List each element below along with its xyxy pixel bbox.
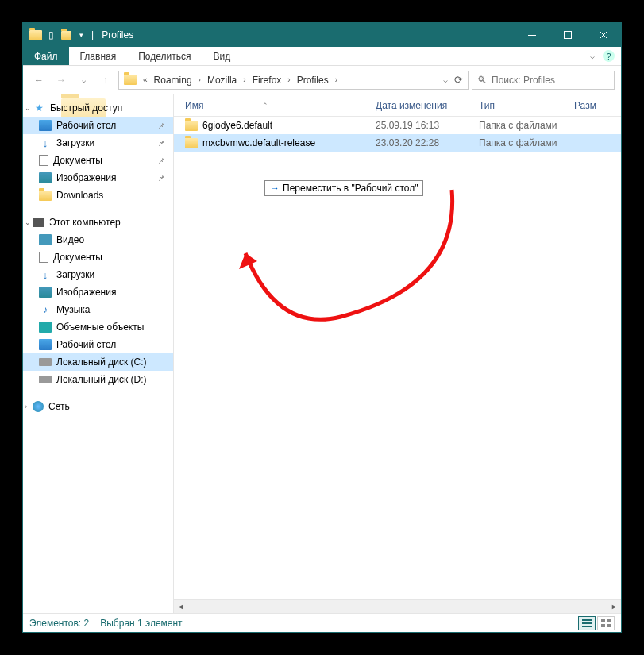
sidebar-item[interactable]: Объемные объекты <box>23 318 173 336</box>
column-name[interactable]: Имя ⌃ <box>185 100 376 111</box>
recent-dropdown[interactable]: ⌵ <box>74 71 93 90</box>
breadcrumb-segment[interactable]: Firefox <box>249 71 285 89</box>
folder-icon <box>185 138 198 148</box>
svg-rect-2 <box>582 619 592 621</box>
folder-icon <box>121 71 140 89</box>
view-icons-button[interactable] <box>597 616 615 630</box>
breadcrumb[interactable]: « Roaming › Mozilla › Firefox › Profiles… <box>118 71 469 90</box>
disk-icon <box>39 358 52 366</box>
minimize-button[interactable] <box>514 23 550 47</box>
pin-icon: 📌︎ <box>157 174 165 183</box>
sidebar-item[interactable]: ↓Загрузки📌︎ <box>23 134 173 152</box>
breadcrumb-segment[interactable]: Mozilla <box>204 71 240 89</box>
download-icon: ↓ <box>39 269 52 280</box>
chevron-right-icon[interactable]: « <box>140 75 151 84</box>
file-type: Папка с файлами <box>479 137 574 148</box>
sidebar-item[interactable]: ♪Музыка <box>23 301 173 318</box>
chevron-down-icon[interactable]: ⌄ <box>25 218 31 226</box>
file-type: Папка с файлами <box>479 120 574 131</box>
sidebar-item-label: Музыка <box>56 304 90 315</box>
chevron-right-icon[interactable]: › <box>284 75 293 84</box>
column-date[interactable]: Дата изменения <box>376 100 479 111</box>
tab-share[interactable]: Поделиться <box>127 47 202 65</box>
sidebar-item[interactable]: Документы <box>23 249 173 266</box>
move-arrow-icon: → <box>270 183 280 194</box>
sidebar-item[interactable]: Видео <box>23 231 173 249</box>
svg-rect-3 <box>582 622 592 624</box>
new-folder-icon[interactable] <box>60 29 72 41</box>
statusbar: Элементов: 2 Выбран 1 элемент <box>23 613 621 632</box>
address-bar: ← → ⌵ ↑ « Roaming › Mozilla › Firefox › … <box>23 66 621 94</box>
sidebar-item-label: Локальный диск (D:) <box>56 374 147 385</box>
sidebar-item[interactable]: Рабочий стол📌︎ <box>23 117 173 134</box>
file-row[interactable]: mxcbvmwc.default-release23.03.20 22:28Па… <box>174 134 621 152</box>
ribbon-expand-icon[interactable]: ⌵ <box>590 52 595 60</box>
sidebar-item-label: Объемные объекты <box>56 322 144 333</box>
pc-icon <box>33 218 44 227</box>
address-dropdown-icon[interactable]: ⌵ <box>443 75 448 84</box>
search-box[interactable]: 🔍︎ <box>472 71 615 90</box>
chevron-right-icon[interactable]: › <box>332 75 341 84</box>
sidebar-network[interactable]: › Сеть <box>23 398 173 415</box>
view-details-button[interactable] <box>578 616 596 630</box>
explorer-window: ▯ ▾ | Profiles Файл Главная Поделиться В… <box>23 23 621 632</box>
sidebar-item-label: Рабочий стол <box>56 120 116 131</box>
music-icon: ♪ <box>39 304 52 315</box>
forward-button[interactable]: → <box>52 71 71 90</box>
properties-icon[interactable]: ▯ <box>44 29 57 41</box>
sort-indicator-icon: ⌃ <box>262 102 268 110</box>
sidebar-item-label: Загрузки <box>56 137 94 148</box>
chevron-down-icon[interactable]: ⌄ <box>25 104 31 112</box>
svg-rect-6 <box>607 619 611 622</box>
navigation-pane: ⌄ ★ Быстрый доступ Рабочий стол📌︎↓Загруз… <box>23 94 174 613</box>
maximize-button[interactable] <box>550 23 585 47</box>
horizontal-scrollbar[interactable]: ◄ ► <box>174 599 621 613</box>
chevron-right-icon[interactable]: › <box>240 75 249 84</box>
network-icon <box>33 401 44 412</box>
sidebar-item-label: Документы <box>53 252 102 263</box>
chevron-right-icon[interactable]: › <box>195 75 204 84</box>
folder-icon <box>29 29 42 41</box>
sidebar-item[interactable]: Локальный диск (D:) <box>23 371 173 388</box>
search-input[interactable] <box>492 75 611 86</box>
star-icon: ★ <box>33 102 45 114</box>
file-name: 6giodye6.default <box>202 120 272 131</box>
sidebar-item[interactable]: Downloads <box>23 187 173 204</box>
breadcrumb-segment[interactable]: Roaming <box>151 71 195 89</box>
video-icon <box>39 234 52 245</box>
breadcrumb-segment[interactable]: Profiles <box>294 71 332 89</box>
sidebar-item[interactable]: Документы📌︎ <box>23 152 173 169</box>
close-button[interactable] <box>585 23 621 47</box>
column-size[interactable]: Разм <box>574 100 621 111</box>
tab-view[interactable]: Вид <box>202 47 241 65</box>
sidebar-item[interactable]: Рабочий стол <box>23 336 173 353</box>
sidebar-item[interactable]: Локальный диск (C:) <box>23 353 173 371</box>
sidebar-item[interactable]: Изображения <box>23 283 173 301</box>
svg-rect-4 <box>582 626 592 627</box>
refresh-icon[interactable]: ⟳ <box>449 74 463 86</box>
scroll-left-icon[interactable]: ◄ <box>174 600 187 614</box>
tab-file[interactable]: Файл <box>23 47 69 65</box>
svg-rect-5 <box>601 619 605 622</box>
svg-rect-1 <box>564 32 571 39</box>
column-type[interactable]: Тип <box>479 100 574 111</box>
file-name: mxcbvmwc.default-release <box>202 137 315 148</box>
qat-dropdown-icon[interactable]: ▾ <box>75 29 87 41</box>
sidebar-this-pc[interactable]: ⌄ Этот компьютер <box>23 214 173 231</box>
file-row[interactable]: 6giodye6.default25.09.19 16:13Папка с фа… <box>174 117 621 134</box>
sidebar-item-label: Изображения <box>56 287 116 298</box>
sidebar-quick-access[interactable]: ⌄ ★ Быстрый доступ <box>23 99 173 117</box>
scroll-right-icon[interactable]: ► <box>607 600 621 614</box>
pin-icon: 📌︎ <box>157 156 165 165</box>
sidebar-item[interactable]: Изображения📌︎ <box>23 169 173 187</box>
svg-rect-7 <box>601 624 605 627</box>
tab-main[interactable]: Главная <box>69 47 128 65</box>
qat-icons: ▯ ▾ | <box>23 29 95 41</box>
help-icon[interactable]: ? <box>603 50 615 62</box>
sidebar-item[interactable]: ↓Загрузки <box>23 266 173 283</box>
chevron-right-icon[interactable]: › <box>25 403 27 410</box>
download-icon: ↓ <box>39 137 52 148</box>
up-button[interactable]: ↑ <box>96 71 115 90</box>
back-button[interactable]: ← <box>29 71 48 90</box>
column-headers: Имя ⌃ Дата изменения Тип Разм <box>174 94 621 117</box>
